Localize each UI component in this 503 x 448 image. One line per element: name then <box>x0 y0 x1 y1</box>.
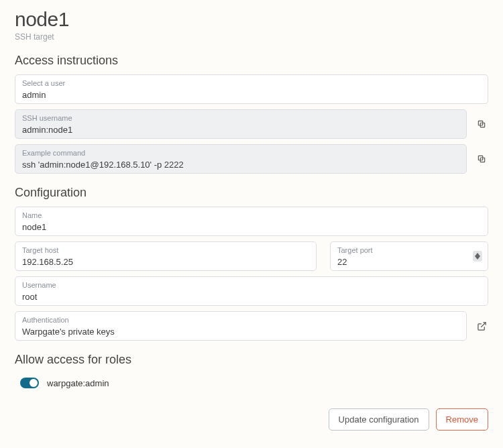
target-host-label: Target host <box>22 246 309 255</box>
name-label: Name <box>22 211 481 220</box>
authentication-value: Warpgate's private keys <box>22 325 459 337</box>
svg-line-4 <box>481 322 486 327</box>
external-link-icon <box>477 321 487 331</box>
footer-actions: Update configuration Remove <box>15 408 488 431</box>
section-title-access: Access instructions <box>15 54 488 68</box>
authentication-field[interactable]: Authentication Warpgate's private keys <box>15 311 467 341</box>
page-subtitle: SSH target <box>15 32 488 42</box>
update-configuration-button[interactable]: Update configuration <box>329 408 429 431</box>
section-title-roles: Allow access for roles <box>15 353 488 367</box>
copy-example-command-button[interactable] <box>475 152 488 166</box>
port-stepper[interactable] <box>473 251 482 262</box>
name-field[interactable]: Name <box>15 207 488 236</box>
example-command-label: Example command <box>22 149 459 158</box>
section-configuration: Configuration Name Target host Target po… <box>15 186 488 341</box>
ssh-username-value: admin:node1 <box>22 123 459 135</box>
username-input[interactable] <box>22 290 481 302</box>
target-port-input[interactable] <box>337 256 481 267</box>
section-access: Access instructions Select a user admin … <box>15 54 488 174</box>
name-input[interactable] <box>22 221 481 232</box>
copy-ssh-username-button[interactable] <box>475 117 488 131</box>
role-name: warpgate:admin <box>47 378 109 388</box>
open-keys-button[interactable] <box>475 319 488 333</box>
example-command-field: Example command ssh 'admin:node1@192.168… <box>15 144 467 174</box>
chevron-down-icon <box>475 256 480 260</box>
target-port-label: Target port <box>337 246 481 255</box>
username-label: Username <box>22 281 481 290</box>
ssh-username-label: SSH username <box>22 114 459 123</box>
select-user-label: Select a user <box>22 79 481 88</box>
remove-button[interactable]: Remove <box>436 408 488 431</box>
copy-icon <box>477 154 486 164</box>
role-row: warpgate:admin <box>15 374 488 392</box>
authentication-label: Authentication <box>22 316 459 325</box>
role-toggle[interactable] <box>20 378 39 388</box>
copy-icon <box>477 119 486 129</box>
page-header: node1 SSH target <box>15 8 488 42</box>
username-field[interactable]: Username <box>15 276 488 306</box>
example-command-value: ssh 'admin:node1@192.168.5.10' -p 2222 <box>22 158 459 170</box>
section-title-configuration: Configuration <box>15 186 488 200</box>
select-user-value: admin <box>22 89 481 100</box>
target-host-field[interactable]: Target host <box>15 241 317 271</box>
ssh-username-field: SSH username admin:node1 <box>15 109 467 139</box>
select-user-field[interactable]: Select a user admin <box>15 74 488 104</box>
target-port-field[interactable]: Target port <box>330 241 488 271</box>
target-host-input[interactable] <box>22 256 309 267</box>
page-title: node1 <box>15 8 488 31</box>
section-roles: Allow access for roles warpgate:admin <box>15 353 488 392</box>
